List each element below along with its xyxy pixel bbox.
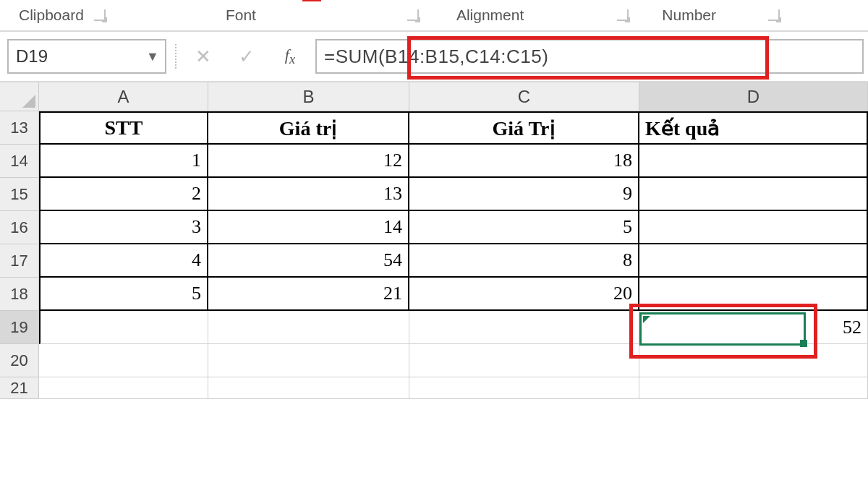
cell[interactable]: 14 bbox=[208, 211, 409, 244]
cell[interactable] bbox=[639, 178, 868, 211]
cell[interactable] bbox=[39, 311, 208, 344]
decorative-strip bbox=[302, 0, 321, 1]
group-alignment: Alignment bbox=[454, 7, 527, 24]
insert-function-button[interactable]: fx bbox=[272, 39, 308, 74]
cell[interactable]: Giá trị bbox=[208, 111, 409, 145]
cell[interactable] bbox=[208, 344, 409, 377]
row-header[interactable]: 17 bbox=[0, 244, 39, 278]
group-clipboard: Clipboard bbox=[16, 7, 87, 24]
ribbon-group-labels: Clipboard Font Alignment Number bbox=[0, 0, 868, 32]
group-number: Number bbox=[659, 7, 719, 24]
cancel-button[interactable]: ✕ bbox=[185, 39, 221, 74]
cell[interactable]: 5 bbox=[39, 278, 208, 311]
cell[interactable] bbox=[409, 311, 639, 344]
cell[interactable]: 1 bbox=[39, 145, 208, 178]
cell[interactable]: Giá Trị bbox=[409, 111, 639, 145]
name-box-value: D19 bbox=[9, 46, 140, 67]
row-header[interactable]: 14 bbox=[0, 145, 39, 178]
row-header[interactable]: 19 bbox=[0, 311, 39, 344]
spreadsheet-grid[interactable]: A B C D 13 STT Giá trị Giá Trị Kết quả 1… bbox=[0, 82, 868, 399]
dropdown-icon[interactable]: ▼ bbox=[140, 49, 165, 64]
cell[interactable]: 21 bbox=[208, 278, 409, 311]
enter-button[interactable]: ✓ bbox=[229, 39, 265, 74]
formula-text: =SUM(B14:B15,C14:C15) bbox=[324, 46, 548, 68]
cell[interactable]: 20 bbox=[409, 278, 639, 311]
formula-input[interactable]: =SUM(B14:B15,C14:C15) bbox=[315, 39, 864, 74]
cell[interactable]: STT bbox=[39, 111, 208, 145]
cell[interactable]: 13 bbox=[208, 178, 409, 211]
launcher-icon[interactable] bbox=[617, 9, 629, 21]
cell[interactable] bbox=[639, 344, 868, 377]
cell[interactable] bbox=[208, 377, 409, 399]
cell[interactable]: 18 bbox=[409, 145, 639, 178]
launcher-icon[interactable] bbox=[768, 9, 780, 21]
row-header[interactable]: 13 bbox=[0, 111, 39, 145]
cell[interactable]: 2 bbox=[39, 178, 208, 211]
name-box[interactable]: D19 ▼ bbox=[7, 39, 166, 74]
cell[interactable] bbox=[639, 244, 868, 278]
cell[interactable]: 5 bbox=[409, 211, 639, 244]
cell[interactable]: 12 bbox=[208, 145, 409, 178]
cell[interactable] bbox=[409, 377, 639, 399]
select-all-button[interactable] bbox=[0, 82, 39, 111]
cell[interactable]: 4 bbox=[39, 244, 208, 278]
row-header[interactable]: 15 bbox=[0, 178, 39, 211]
cell[interactable] bbox=[639, 145, 868, 178]
col-header-A[interactable]: A bbox=[39, 82, 208, 111]
launcher-icon[interactable] bbox=[94, 9, 106, 21]
cell[interactable] bbox=[409, 344, 639, 377]
row-header[interactable]: 20 bbox=[0, 344, 39, 377]
cell[interactable]: 3 bbox=[39, 211, 208, 244]
cell[interactable]: Kết quả bbox=[639, 111, 868, 145]
cell-D19[interactable]: 52 bbox=[639, 311, 868, 344]
cell[interactable] bbox=[39, 377, 208, 399]
launcher-icon[interactable] bbox=[407, 9, 419, 21]
formula-bar-row: D19 ▼ ✕ ✓ fx =SUM(B14:B15,C14:C15) bbox=[0, 32, 868, 82]
cell[interactable]: 9 bbox=[409, 178, 639, 211]
cell[interactable] bbox=[39, 344, 208, 377]
group-font: Font bbox=[223, 7, 259, 24]
cell[interactable] bbox=[639, 211, 868, 244]
col-header-B[interactable]: B bbox=[208, 82, 409, 111]
cell[interactable] bbox=[639, 278, 868, 311]
cell[interactable] bbox=[208, 311, 409, 344]
cell[interactable] bbox=[639, 377, 868, 399]
divider bbox=[175, 44, 176, 69]
col-header-D[interactable]: D bbox=[639, 82, 868, 111]
col-header-C[interactable]: C bbox=[409, 82, 639, 111]
row-header[interactable]: 21 bbox=[0, 377, 39, 399]
cell[interactable]: 8 bbox=[409, 244, 639, 278]
row-header[interactable]: 18 bbox=[0, 278, 39, 311]
cell[interactable]: 54 bbox=[208, 244, 409, 278]
row-header[interactable]: 16 bbox=[0, 211, 39, 244]
